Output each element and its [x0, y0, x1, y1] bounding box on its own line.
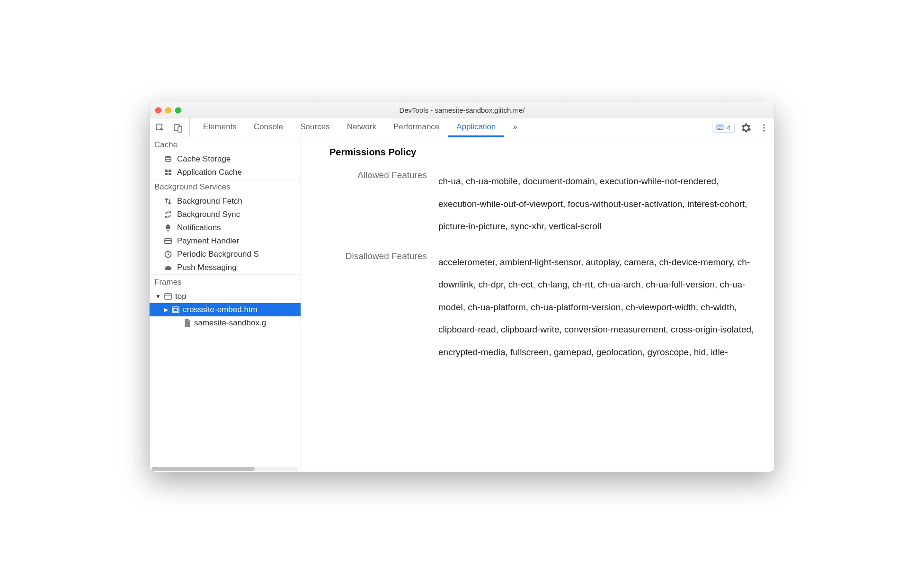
sidebar-horizontal-scrollbar[interactable]	[151, 467, 299, 471]
window-controls	[155, 107, 181, 113]
devtools-toolbar: Elements Console Sources Network Perform…	[150, 118, 774, 137]
kebab-icon	[760, 124, 768, 132]
frame-label: top	[175, 292, 187, 301]
sidebar-item-label: Background Sync	[177, 210, 240, 219]
section-heading-permissions-policy: Permissions Policy	[329, 147, 760, 158]
sidebar-group-cache: Cache	[150, 137, 301, 152]
svg-rect-10	[165, 173, 168, 175]
row-label: Allowed Features	[329, 170, 438, 180]
sync-icon	[164, 210, 172, 219]
sidebar-item-background-fetch[interactable]: Background Fetch	[150, 195, 301, 208]
sidebar-item-label: Application Cache	[177, 168, 242, 177]
permissions-row-disallowed: Disallowed Features accelerometer, ambie…	[329, 251, 760, 364]
application-sidebar[interactable]: Cache Cache Storage Application Cache Ba…	[150, 137, 301, 472]
window-icon	[164, 292, 172, 301]
svg-rect-3	[717, 125, 723, 130]
frame-tree-item-crosssite-embed[interactable]: ▶ crosssite-embed.htm	[150, 303, 301, 316]
sidebar-item-periodic-background-sync[interactable]: Periodic Background S	[150, 248, 301, 261]
application-main-panel[interactable]: Permissions Policy Allowed Features ch-u…	[301, 137, 774, 472]
sidebar-group-frames: Frames	[150, 274, 301, 290]
issues-icon	[716, 124, 724, 132]
device-toolbar-button[interactable]	[171, 118, 185, 137]
sidebar-item-label: Push Messaging	[177, 263, 237, 272]
tab-sources[interactable]: Sources	[292, 118, 338, 137]
iframe-icon	[171, 305, 180, 314]
titlebar: DevTools - samesite-sandbox.glitch.me/	[150, 102, 774, 118]
issues-button[interactable]: 4	[712, 123, 735, 133]
gear-icon	[741, 123, 751, 133]
grid-icon	[164, 168, 172, 177]
svg-rect-14	[165, 294, 171, 299]
tab-elements[interactable]: Elements	[195, 118, 245, 137]
sidebar-item-background-sync[interactable]: Background Sync	[150, 208, 301, 221]
tab-network[interactable]: Network	[338, 118, 385, 137]
svg-point-5	[763, 127, 764, 128]
svg-rect-16	[174, 309, 178, 312]
sidebar-item-notifications[interactable]: Notifications	[150, 221, 301, 234]
frame-tree-item-samesite-sandbox[interactable]: samesite-sandbox.g	[150, 316, 301, 330]
sidebar-item-label: Periodic Background S	[177, 250, 259, 259]
svg-rect-8	[165, 170, 168, 172]
inspect-element-button[interactable]	[153, 118, 167, 137]
tab-console[interactable]: Console	[245, 118, 292, 137]
svg-point-7	[165, 156, 171, 158]
clock-icon	[164, 250, 172, 259]
transfer-icon	[164, 197, 172, 206]
cloud-icon	[164, 263, 172, 272]
sidebar-item-label: Background Fetch	[177, 197, 242, 206]
card-icon	[164, 237, 172, 245]
sidebar-item-application-cache[interactable]: Application Cache	[150, 166, 301, 179]
toolbar-right-group: 4	[708, 118, 771, 137]
tab-application[interactable]: Application	[448, 118, 504, 137]
sidebar-item-cache-storage[interactable]: Cache Storage	[150, 152, 301, 166]
svg-rect-9	[169, 170, 171, 172]
settings-button[interactable]	[739, 118, 753, 137]
row-value: ch-ua, ch-ua-mobile, document-domain, ex…	[438, 170, 760, 238]
frame-tree-item-top[interactable]: ▼ top	[150, 290, 301, 303]
issues-count: 4	[727, 124, 730, 132]
db-stack-icon	[164, 155, 172, 163]
panel-body: Cache Cache Storage Application Cache Ba…	[150, 137, 774, 472]
window-title: DevTools - samesite-sandbox.glitch.me/	[399, 106, 524, 114]
frame-label: crosssite-embed.htm	[183, 305, 258, 314]
svg-rect-11	[169, 173, 171, 175]
close-window-button[interactable]	[155, 107, 161, 113]
tab-performance[interactable]: Performance	[385, 118, 448, 137]
devtools-window: DevTools - samesite-sandbox.glitch.me/ E…	[150, 102, 774, 472]
sidebar-group-background-services: Background Services	[150, 179, 301, 195]
sidebar-item-push-messaging[interactable]: Push Messaging	[150, 261, 301, 274]
svg-point-6	[763, 130, 764, 131]
bell-icon	[164, 224, 172, 232]
scrollbar-thumb[interactable]	[151, 467, 255, 471]
more-menu-button[interactable]	[757, 118, 771, 137]
permissions-row-allowed: Allowed Features ch-ua, ch-ua-mobile, do…	[329, 170, 760, 238]
sidebar-item-label: Notifications	[177, 223, 221, 233]
toolbar-left-group	[153, 118, 190, 137]
panel-tabs: Elements Console Sources Network Perform…	[195, 118, 703, 137]
frame-label: samesite-sandbox.g	[194, 318, 266, 328]
minimize-window-button[interactable]	[165, 107, 171, 113]
maximize-window-button[interactable]	[175, 107, 181, 113]
expand-toggle[interactable]: ▼	[155, 293, 161, 300]
row-label: Disallowed Features	[329, 251, 438, 261]
svg-rect-2	[178, 126, 182, 132]
sidebar-item-label: Payment Handler	[177, 236, 239, 246]
sidebar-item-payment-handler[interactable]: Payment Handler	[150, 234, 301, 248]
file-icon	[184, 319, 191, 327]
sidebar-item-label: Cache Storage	[177, 154, 231, 164]
row-value: accelerometer, ambient-light-sensor, aut…	[438, 251, 760, 364]
svg-point-4	[763, 124, 764, 126]
tabs-overflow-button[interactable]: »	[504, 118, 525, 137]
expand-toggle[interactable]: ▶	[163, 306, 169, 313]
